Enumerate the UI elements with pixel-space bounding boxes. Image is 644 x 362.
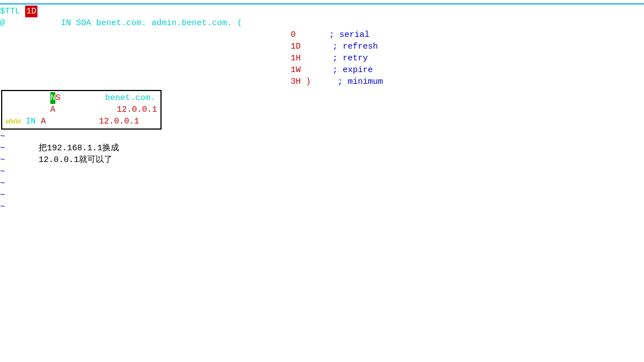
in-keyword: IN [61,17,71,29]
expire-value: 1W [291,64,301,76]
www-in: IN [26,116,36,127]
www-a-record: www IN A 12.0.0.1 [6,116,157,127]
a-type-1: A [50,104,55,116]
tilde-3: ~ [0,154,5,166]
admin-email: admin.benet.com. [151,17,232,29]
line-ttl: $TTL 1D [0,6,644,17]
soa-record-2: 1H ; retry [0,53,644,64]
ns-data: benet.com. [105,92,155,104]
refresh-comment: ; refresh [333,41,378,53]
serial-comment: ; serial [329,29,370,41]
ns-record: NS benet.com. [6,92,157,104]
tilde-5: ~ [0,178,5,189]
tilde-7: ~ [0,201,5,213]
tilde-line-3: ~ 12.0.0.1就可以了 [0,154,644,166]
retry-value: 1H [291,53,301,64]
editor-container: $TTL 1D @ IN SOA benet.com. admin.benet.… [0,3,644,362]
minimum-value: 3H ) [291,76,311,88]
soa-record-0: 0 ; serial [0,29,644,41]
minimum-comment: ; minimum [338,76,383,88]
note-line1: 把192.168.1.1换成 [39,142,119,154]
line-soa: @ IN SOA benet.com. admin.benet.com. ( [0,17,644,29]
refresh-value: 1D [291,41,301,53]
ttl-keyword: $TTL [0,6,20,17]
soa-keyword: SOA [76,17,91,29]
retry-comment: ; retry [333,53,368,64]
tilde-line-1: ~ [0,131,644,142]
www-a-type: A [41,116,46,127]
at-symbol: @ [0,17,5,29]
tilde-line-7: ~ [0,201,644,213]
tilde-6: ~ [0,189,5,201]
tilde-4: ~ [0,166,5,178]
boxed-block: NS benet.com. A 12.0.0.1 www IN A 12.0.0… [1,90,162,130]
tilde-line-6: ~ [0,189,644,201]
soa-record-3: 1W ; expire [0,64,644,76]
open-paren: ( [237,17,242,29]
ttl-value: 1D [25,6,37,17]
a-record-1: A 12.0.0.1 [6,104,157,116]
boxed-records-container: NS benet.com. A 12.0.0.1 www IN A 12.0.0… [0,89,644,131]
a-data-1: 12.0.0.1 [117,104,157,116]
www-host: www [6,116,21,127]
soa-record-1: 1D ; refresh [0,41,644,53]
tilde-1: ~ [0,131,5,142]
ns-s: S [55,92,60,104]
tilde-line-4: ~ [0,166,644,178]
tilde-2: ~ [0,142,5,154]
domain: benet.com. [96,17,146,29]
top-border [0,3,644,4]
serial-value: 0 [291,29,296,41]
soa-record-4: 3H ) ; minimum [0,76,644,88]
www-a-data: 12.0.0.1 [99,116,139,127]
note-line2: 12.0.0.1就可以了 [39,154,112,166]
expire-comment: ; expire [333,64,373,76]
tilde-line-2: ~ 把192.168.1.1换成 [0,142,644,154]
tilde-line-5: ~ [0,178,644,189]
ns-n-highlighted: N [50,92,55,104]
